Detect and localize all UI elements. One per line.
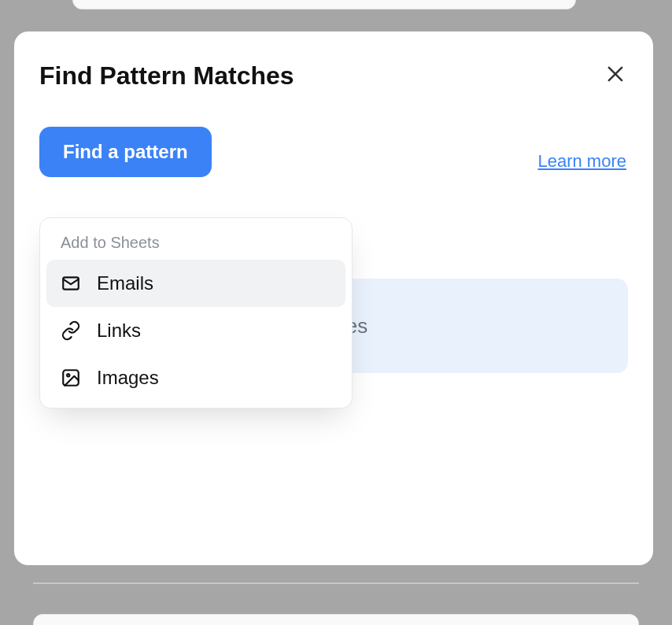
dropdown-item-emails[interactable]: Emails — [46, 260, 345, 307]
find-pattern-modal: Find Pattern Matches Find a pattern Lear… — [14, 31, 653, 565]
pattern-dropdown: Add to Sheets Emails Links Images — [39, 217, 353, 409]
close-icon — [604, 63, 626, 85]
close-button[interactable] — [601, 60, 630, 91]
image-icon — [61, 368, 81, 388]
background-element — [72, 0, 576, 9]
learn-more-link[interactable]: Learn more — [537, 151, 626, 172]
dropdown-item-label: Images — [97, 367, 159, 389]
dropdown-item-links[interactable]: Links — [46, 307, 345, 354]
dropdown-item-images[interactable]: Images — [46, 354, 345, 401]
link-icon — [61, 320, 81, 341]
dropdown-item-label: Emails — [97, 272, 153, 294]
background-element — [33, 614, 639, 625]
dropdown-item-label: Links — [97, 320, 141, 342]
svg-point-4 — [67, 374, 69, 376]
action-row: Find a pattern Learn more — [39, 127, 628, 177]
background-divider — [33, 582, 639, 584]
modal-title: Find Pattern Matches — [39, 61, 294, 91]
dropdown-header: Add to Sheets — [46, 224, 345, 260]
mail-icon — [61, 273, 81, 294]
find-pattern-button[interactable]: Find a pattern — [39, 127, 212, 177]
modal-header: Find Pattern Matches — [39, 61, 628, 91]
